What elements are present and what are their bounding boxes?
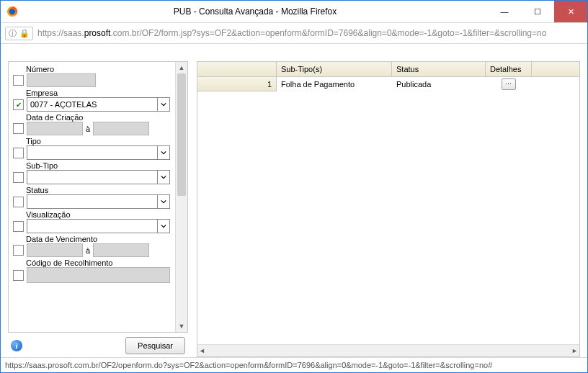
scrollbar-vertical[interactable]: ▲ ▼ (175, 62, 187, 332)
field-sub-tipo: Sub-Tipo (13, 161, 170, 184)
titlebar: PUB - Consulta Avançada - Mozilla Firefo… (1, 1, 587, 23)
input-data-vencimento-to[interactable] (93, 243, 149, 257)
check-codigo-recolhimento[interactable] (13, 270, 24, 281)
minimize-icon: — (501, 7, 509, 16)
chevron-down-icon (157, 220, 169, 233)
grid-header-spacer (532, 62, 579, 76)
field-empresa: Empresa ✔ 0077 - AÇOTELAS (13, 89, 170, 112)
input-codigo-recolhimento[interactable] (27, 267, 170, 283)
input-data-criacao-from[interactable] (27, 122, 83, 135)
field-data-vencimento: Data de Vencimento à (13, 235, 170, 257)
field-codigo-recolhimento: Código de Recolhimento (13, 259, 170, 283)
input-data-vencimento-from[interactable] (27, 243, 83, 257)
field-data-criacao: Data de Criação à (13, 113, 170, 135)
urlbar: ⓘ 🔒 https://saas.prosoft.com.br/OF2/form… (1, 23, 587, 44)
scroll-right-icon[interactable]: ► (571, 347, 578, 354)
label-codigo-recolhimento: Código de Recolhimento (26, 259, 170, 267)
range-sep: à (86, 125, 90, 133)
input-numero[interactable] (27, 73, 96, 87)
lock-icon: 🔒 (19, 29, 30, 38)
field-tipo: Tipo (13, 137, 170, 160)
chevron-down-icon (157, 171, 169, 184)
check-visualizacao[interactable] (13, 221, 24, 232)
url-display[interactable]: https://saas.prosoft.com.br/OF2/form.jsp… (37, 28, 583, 38)
check-tipo[interactable] (13, 148, 24, 158)
scroll-down-icon[interactable]: ▼ (176, 320, 187, 332)
select-sub-tipo[interactable] (27, 170, 170, 184)
grid-header-rownum[interactable] (197, 62, 277, 76)
firefox-icon (6, 6, 18, 17)
filter-fields: Número Empresa ✔ 0077 - AÇOTELAS (13, 65, 170, 283)
cell-rownum: 1 (197, 77, 277, 91)
label-empresa: Empresa (26, 89, 170, 97)
url-host: prosoft (84, 28, 111, 38)
chevron-down-icon (157, 195, 169, 208)
minimize-button[interactable]: — (488, 1, 521, 22)
check-empresa[interactable]: ✔ (13, 99, 24, 110)
label-tipo: Tipo (26, 137, 170, 145)
select-visualizacao[interactable] (27, 219, 170, 233)
site-identity[interactable]: ⓘ 🔒 (5, 27, 33, 40)
label-status: Status (26, 186, 170, 194)
content: Número Empresa ✔ 0077 - AÇOTELAS (1, 44, 587, 357)
chevron-down-icon (157, 98, 169, 111)
pesquisar-label: Pesquisar (138, 341, 173, 350)
check-data-criacao[interactable] (13, 123, 24, 134)
field-visualizacao: Visualização (13, 210, 170, 233)
details-button[interactable]: ⋯ (502, 78, 516, 90)
window-buttons: — ☐ ✕ (488, 1, 587, 22)
cell-status: Publicada (392, 77, 486, 91)
check-status[interactable] (13, 197, 24, 207)
url-path: /OF2/form.jsp?sys=OF2&action=openform&fo… (139, 28, 546, 38)
table-row[interactable]: 1 Folha de Pagamento Publicada ⋯ (197, 77, 579, 91)
results-panel: Sub-Tipo(s) Status Detalhes 1 Folha de P… (197, 61, 580, 357)
select-tipo[interactable] (27, 145, 170, 160)
label-sub-tipo: Sub-Tipo (26, 161, 170, 170)
label-data-vencimento: Data de Vencimento (26, 235, 170, 243)
field-status: Status (13, 186, 170, 209)
check-sub-tipo[interactable] (13, 172, 24, 183)
select-empresa-value: 0077 - AÇOTELAS (30, 100, 97, 109)
label-data-criacao: Data de Criação (26, 113, 170, 122)
cell-detalhes: ⋯ (486, 77, 532, 91)
grid-header-detalhes[interactable]: Detalhes (486, 62, 532, 76)
check-data-vencimento[interactable] (13, 245, 24, 256)
scroll-up-icon[interactable]: ▲ (176, 62, 187, 73)
select-status[interactable] (27, 194, 170, 209)
grid-header-subtipo[interactable]: Sub-Tipo(s) (277, 62, 392, 76)
scroll-left-icon[interactable]: ◄ (199, 347, 205, 354)
maximize-icon: ☐ (534, 7, 541, 17)
filter-panel: Número Empresa ✔ 0077 - AÇOTELAS (8, 61, 188, 333)
pesquisar-button[interactable]: Pesquisar (125, 337, 185, 354)
check-numero[interactable] (13, 75, 24, 86)
scroll-thumb[interactable] (177, 73, 186, 196)
label-numero: Número (26, 65, 170, 73)
range-sep: à (86, 246, 90, 255)
close-button[interactable]: ✕ (554, 1, 587, 22)
close-icon: ✕ (568, 7, 574, 17)
cell-subtipo: Folha de Pagamento (277, 77, 392, 91)
filter-footer: i Pesquisar (8, 333, 188, 357)
filter-panel-wrap: Número Empresa ✔ 0077 - AÇOTELAS (8, 61, 188, 357)
window-title: PUB - Consulta Avançada - Mozilla Firefo… (22, 6, 488, 17)
statusbar: https://saas.prosoft.com.br/OF2/openform… (1, 357, 587, 372)
grid-header: Sub-Tipo(s) Status Detalhes (197, 62, 579, 77)
info-icon[interactable]: i (11, 340, 22, 351)
grid-header-status[interactable]: Status (392, 62, 486, 76)
url-hostpost: .com.br (110, 28, 139, 38)
label-visualizacao: Visualização (26, 210, 170, 219)
chevron-down-icon (157, 146, 169, 159)
status-text: https://saas.prosoft.com.br/OF2/openform… (5, 361, 492, 369)
url-pre: https://saas. (37, 28, 84, 38)
input-data-criacao-to[interactable] (93, 122, 149, 135)
window: PUB - Consulta Avançada - Mozilla Firefo… (0, 0, 588, 373)
select-empresa[interactable]: 0077 - AÇOTELAS (27, 97, 170, 112)
scrollbar-horizontal[interactable]: ◄ ► (197, 344, 579, 356)
info-icon: ⓘ (9, 28, 17, 39)
grid-body: 1 Folha de Pagamento Publicada ⋯ (197, 77, 579, 344)
maximize-button[interactable]: ☐ (521, 1, 554, 22)
field-numero: Número (13, 65, 170, 87)
